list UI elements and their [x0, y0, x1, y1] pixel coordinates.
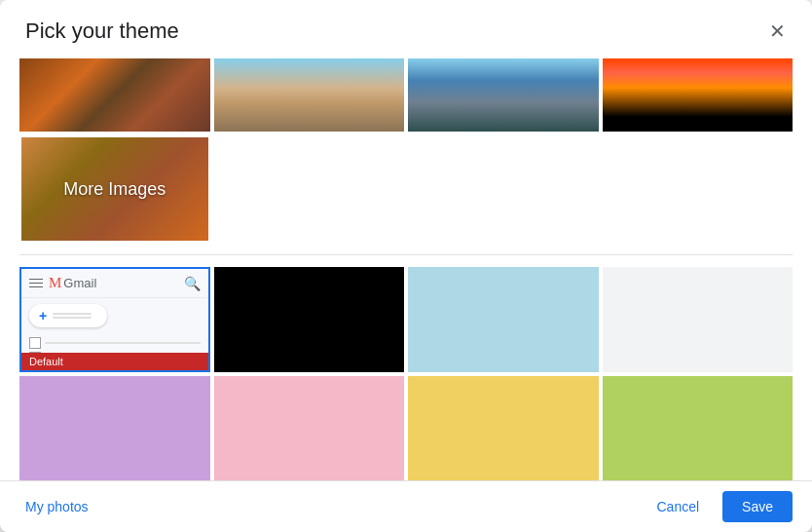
theme-lavender[interactable] — [19, 376, 210, 480]
gmail-label: Gmail — [63, 276, 96, 290]
theme-green[interactable] — [603, 376, 794, 480]
theme-image-3[interactable] — [408, 58, 599, 132]
close-icon: ✕ — [769, 19, 786, 43]
footer-actions: Cancel Save — [641, 491, 793, 522]
gmail-logo: M Gmail — [49, 275, 96, 291]
theme-image-1[interactable] — [19, 58, 210, 132]
compose-line — [53, 317, 92, 319]
gmail-topbar: M Gmail 🔍 — [21, 269, 208, 298]
theme-image-4[interactable] — [603, 58, 794, 132]
plus-icon: + — [39, 308, 47, 323]
divider — [19, 254, 793, 255]
compose-button: + — [29, 304, 107, 327]
gmail-m-letter: M — [49, 275, 61, 291]
dialog-footer: My photos Cancel Save — [0, 480, 812, 532]
close-button[interactable]: ✕ — [761, 16, 793, 47]
cancel-button[interactable]: Cancel — [641, 491, 715, 522]
theme-light-gray[interactable] — [603, 267, 794, 372]
theme-image-2[interactable] — [214, 58, 405, 132]
compose-line — [53, 313, 92, 315]
compose-lines — [53, 313, 92, 319]
inbox-line — [45, 342, 201, 344]
theme-pink[interactable] — [214, 376, 405, 480]
dialog-header: Pick your theme ✕ — [0, 0, 812, 58]
more-images-label: More Images — [21, 137, 208, 241]
hamburger-icon — [29, 279, 43, 288]
theme-light-blue[interactable] — [408, 267, 599, 372]
theme-black[interactable] — [214, 267, 405, 372]
inbox-checkbox — [29, 337, 41, 349]
my-photos-button[interactable]: My photos — [25, 499, 89, 514]
more-images-row: More Images — [19, 135, 793, 243]
default-label: Default — [21, 353, 208, 370]
compose-area: + — [21, 298, 208, 333]
pick-theme-dialog: Pick your theme ✕ More Images — [0, 0, 812, 532]
top-image-row — [19, 58, 793, 132]
save-button[interactable]: Save — [722, 491, 793, 522]
theme-yellow[interactable] — [408, 376, 599, 480]
theme-default[interactable]: M Gmail 🔍 + — [19, 267, 210, 372]
content-area: More Images M Gmail 🔍 — [0, 58, 812, 480]
color-grid-row2 — [19, 376, 793, 480]
dialog-title: Pick your theme — [25, 19, 179, 44]
color-grid-row1: M Gmail 🔍 + — [19, 267, 793, 372]
search-icon: 🔍 — [184, 276, 201, 291]
more-images-button[interactable]: More Images — [19, 135, 210, 243]
